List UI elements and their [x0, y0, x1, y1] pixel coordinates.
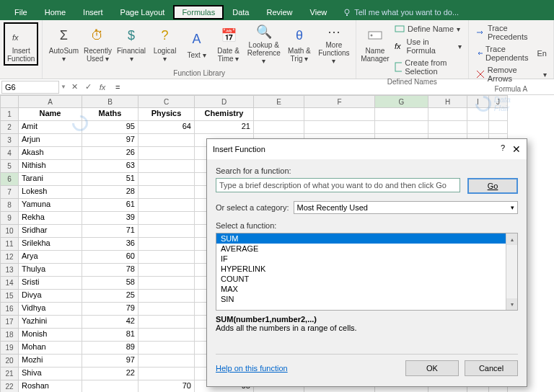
cell[interactable] — [375, 121, 428, 134]
row-header[interactable]: 9 — [0, 212, 19, 225]
tab-insert[interactable]: Insert — [74, 5, 112, 19]
col-header[interactable]: H — [428, 95, 467, 108]
row-header[interactable]: 16 — [0, 303, 19, 316]
cell[interactable] — [138, 290, 195, 303]
cell[interactable]: 28 — [82, 186, 138, 199]
row-header[interactable]: 1 — [0, 108, 19, 121]
cell[interactable]: 26 — [82, 147, 138, 160]
row-header[interactable]: 6 — [0, 173, 19, 186]
cell[interactable]: Maths — [82, 108, 138, 121]
cell[interactable]: Roshan — [19, 380, 82, 392]
cell[interactable]: Mozhi — [19, 355, 82, 368]
row-header[interactable]: 20 — [0, 355, 19, 368]
close-button[interactable]: ✕ — [512, 143, 521, 155]
cell[interactable] — [138, 251, 195, 264]
cell[interactable] — [138, 160, 195, 173]
define-name-button[interactable]: Define Name ▾ — [392, 22, 465, 35]
cell[interactable]: 81 — [82, 329, 138, 342]
cell[interactable] — [467, 121, 489, 134]
col-header[interactable]: I — [467, 95, 489, 108]
row-header[interactable]: 21 — [0, 368, 19, 380]
cell[interactable] — [138, 342, 195, 355]
row-header[interactable]: 7 — [0, 186, 19, 199]
cell[interactable]: Shiva — [19, 368, 82, 380]
row-header[interactable]: 18 — [0, 329, 19, 342]
cell[interactable]: 97 — [82, 355, 138, 368]
function-item[interactable]: AVERAGE — [216, 244, 517, 254]
trace-precedents-button[interactable]: Trace Precedents — [472, 22, 550, 43]
tab-review[interactable]: Review — [258, 5, 301, 19]
cell[interactable] — [489, 121, 508, 134]
row-header[interactable]: 4 — [0, 147, 19, 160]
function-list[interactable]: SUMAVERAGEIFHYPERLINKCOUNTMAXSIN ▴ ▾ — [216, 233, 518, 311]
cell[interactable] — [428, 108, 467, 121]
row-header[interactable]: 8 — [0, 199, 19, 212]
row-header[interactable]: 17 — [0, 316, 19, 329]
cell[interactable]: 61 — [82, 199, 138, 212]
cell[interactable] — [489, 108, 508, 121]
row-header[interactable]: 19 — [0, 342, 19, 355]
cell[interactable]: 60 — [82, 251, 138, 264]
cell[interactable]: Chemistry — [195, 108, 254, 121]
function-item[interactable]: MAX — [216, 284, 517, 294]
cell[interactable]: Arjun — [19, 134, 82, 147]
search-input[interactable]: Type a brief description of what you wan… — [216, 178, 460, 192]
cell[interactable]: Monish — [19, 329, 82, 342]
cell[interactable]: Divya — [19, 290, 82, 303]
cell[interactable]: Amit — [19, 121, 82, 134]
cell[interactable]: Lokesh — [19, 186, 82, 199]
category-select[interactable]: Most Recently Used ▾ — [294, 201, 519, 214]
cell[interactable]: 39 — [82, 212, 138, 225]
cell[interactable]: Name — [19, 108, 82, 121]
tab-view[interactable]: View — [302, 5, 336, 19]
enter-formula-button[interactable]: ✓ — [83, 81, 94, 93]
cell[interactable]: 70 — [138, 380, 195, 392]
row-header[interactable]: 11 — [0, 238, 19, 251]
cell[interactable]: 21 — [195, 121, 254, 134]
row-header[interactable]: 13 — [0, 264, 19, 277]
cell[interactable] — [138, 303, 195, 316]
cell[interactable]: Yazhini — [19, 316, 82, 329]
insert-function-button[interactable]: fx Insert Function — [4, 22, 38, 66]
cancel-formula-button[interactable]: ✕ — [69, 81, 81, 93]
col-header[interactable]: D — [195, 95, 254, 108]
row-header[interactable]: 22 — [0, 380, 19, 392]
function-item[interactable]: SIN — [216, 294, 517, 304]
cell[interactable] — [138, 199, 195, 212]
cancel-button[interactable]: Cancel — [465, 360, 518, 376]
cell[interactable]: Arya — [19, 251, 82, 264]
lib-button-4[interactable]: AText ▾ — [182, 22, 212, 66]
cell[interactable]: Yamuna — [19, 199, 82, 212]
lib-button-3[interactable]: ?Logical ▾ — [150, 22, 180, 66]
cell[interactable] — [138, 329, 195, 342]
col-header[interactable]: G — [375, 95, 428, 108]
cell[interactable] — [138, 368, 195, 380]
cell[interactable] — [138, 147, 195, 160]
cell[interactable]: Nithish — [19, 160, 82, 173]
cell[interactable]: Thulya — [19, 264, 82, 277]
row-header[interactable]: 3 — [0, 134, 19, 147]
lib-button-1[interactable]: ⏱Recently Used ▾ — [82, 22, 113, 66]
lib-button-7[interactable]: θMath & Trig ▾ — [284, 22, 315, 66]
cell[interactable]: Sristi — [19, 277, 82, 290]
cell[interactable] — [138, 277, 195, 290]
cell[interactable] — [304, 108, 375, 121]
select-all-corner[interactable] — [0, 95, 19, 108]
lib-button-6[interactable]: 🔍Lookup & Reference ▾ — [245, 22, 283, 66]
cell[interactable]: Vidhya — [19, 303, 82, 316]
lib-button-2[interactable]: $Financial ▾ — [114, 22, 148, 66]
cell[interactable] — [254, 121, 304, 134]
row-header[interactable]: 12 — [0, 251, 19, 264]
go-button[interactable]: Go — [467, 178, 518, 194]
col-header[interactable]: A — [19, 95, 82, 108]
cell[interactable]: Srilekha — [19, 238, 82, 251]
tell-me-search[interactable]: Tell me what you want to do... — [343, 8, 459, 17]
trace-dependents-button[interactable]: Trace Dependents En — [472, 43, 550, 63]
cell[interactable] — [304, 121, 375, 134]
cell[interactable]: 78 — [82, 264, 138, 277]
name-manager-button[interactable]: Name Manager — [360, 22, 390, 66]
cell[interactable]: Akash — [19, 147, 82, 160]
tab-pagelayout[interactable]: Page Layout — [112, 5, 174, 19]
col-header[interactable]: C — [138, 95, 195, 108]
cell[interactable]: 71 — [82, 225, 138, 238]
